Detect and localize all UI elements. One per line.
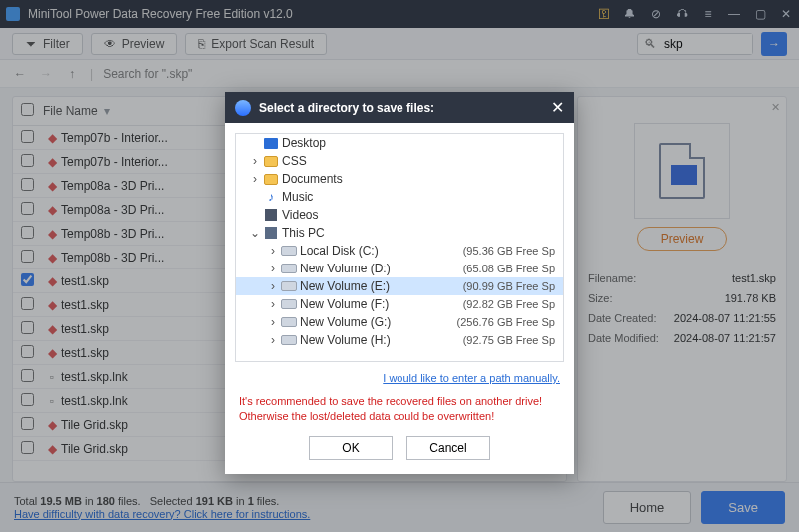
drive-icon: [280, 317, 298, 327]
desktop-icon: [262, 138, 280, 149]
tree-item-label: Documents: [280, 172, 559, 186]
tree-item-label: New Volume (D:): [298, 262, 463, 275]
tree-item-label: Local Disk (C:): [298, 244, 463, 258]
tree-drive-item[interactable]: ›Local Disk (C:)(95.36 GB Free Sp: [236, 242, 563, 260]
dialog-warning: It's recommended to save the recovered f…: [225, 388, 574, 426]
dialog-icon: [235, 100, 251, 116]
drive-icon: [280, 264, 298, 273]
chevron-icon[interactable]: ›: [266, 262, 280, 275]
chevron-icon[interactable]: ›: [266, 333, 280, 347]
tree-drive-item[interactable]: ›New Volume (D:)(65.08 GB Free Sp: [236, 260, 563, 277]
drive-free-space: (256.76 GB Free Sp: [457, 316, 559, 328]
drive-free-space: (90.99 GB Free Sp: [463, 280, 559, 292]
tree-item-label: Desktop: [280, 136, 559, 150]
drive-icon: [280, 299, 298, 309]
tree-item-label: New Volume (F:): [298, 297, 463, 311]
chevron-icon[interactable]: ›: [266, 279, 280, 293]
directory-tree[interactable]: Desktop›CSS›Documents♪MusicVideos⌄This P…: [235, 133, 564, 362]
tree-drive-item[interactable]: ›New Volume (G:)(256.76 GB Free Sp: [236, 313, 563, 331]
drive-free-space: (92.75 GB Free Sp: [463, 334, 559, 346]
manual-path-link[interactable]: I would like to enter a path manually.: [225, 372, 574, 388]
folder-icon: [262, 156, 280, 167]
tree-item[interactable]: ›Documents: [236, 170, 563, 188]
chevron-icon[interactable]: ›: [248, 154, 262, 168]
tree-item[interactable]: ⌄This PC: [236, 224, 563, 242]
tree-item-label: Videos: [280, 208, 559, 222]
tree-item[interactable]: Desktop: [236, 134, 563, 152]
chevron-icon[interactable]: ›: [248, 172, 262, 186]
dialog-ok-button[interactable]: OK: [309, 436, 393, 460]
tree-item[interactable]: Videos: [236, 206, 563, 224]
tree-item[interactable]: ♪Music: [236, 188, 563, 206]
pc-icon: [262, 227, 280, 239]
tree-item[interactable]: ›CSS: [236, 152, 563, 170]
chevron-icon[interactable]: ⌄: [248, 226, 262, 240]
drive-icon: [280, 335, 298, 345]
dialog-close-icon[interactable]: ✕: [551, 98, 564, 117]
video-icon: [262, 209, 280, 221]
drive-free-space: (65.08 GB Free Sp: [463, 263, 559, 274]
drive-free-space: (95.36 GB Free Sp: [463, 245, 559, 257]
drive-icon: [280, 246, 298, 256]
drive-icon: [280, 281, 298, 291]
tree-item-label: New Volume (G:): [298, 315, 457, 329]
tree-item-label: New Volume (H:): [298, 333, 463, 347]
music-icon: ♪: [262, 190, 280, 204]
tree-drive-item[interactable]: ›New Volume (F:)(92.82 GB Free Sp: [236, 295, 563, 313]
dialog-titlebar: Select a directory to save files: ✕: [225, 92, 574, 123]
chevron-icon[interactable]: ›: [266, 297, 280, 311]
chevron-icon[interactable]: ›: [266, 244, 280, 258]
dialog-cancel-button[interactable]: Cancel: [406, 436, 490, 460]
save-dialog: Select a directory to save files: ✕ Desk…: [225, 92, 574, 474]
tree-drive-item[interactable]: ›New Volume (H:)(92.75 GB Free Sp: [236, 331, 563, 349]
dialog-title: Select a directory to save files:: [259, 101, 551, 115]
chevron-icon[interactable]: ›: [266, 315, 280, 329]
tree-drive-item[interactable]: ›New Volume (E:)(90.99 GB Free Sp: [236, 277, 563, 295]
drive-free-space: (92.82 GB Free Sp: [463, 298, 559, 310]
tree-item-label: New Volume (E:): [298, 279, 463, 293]
tree-item-label: Music: [280, 190, 559, 204]
tree-item-label: CSS: [280, 154, 559, 168]
tree-item-label: This PC: [280, 226, 559, 240]
folder-icon: [262, 174, 280, 185]
modal-overlay: Select a directory to save files: ✕ Desk…: [0, 0, 799, 532]
